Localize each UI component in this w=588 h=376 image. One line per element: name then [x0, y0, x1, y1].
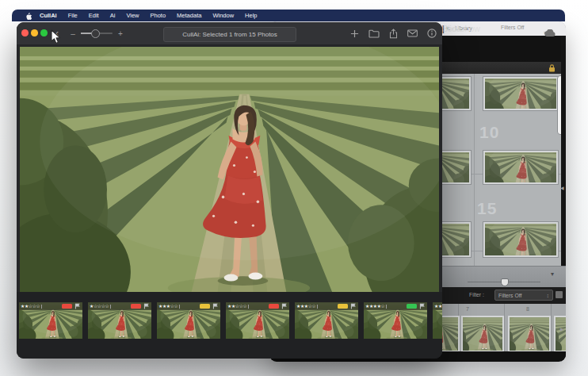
menu-item-file[interactable]: File — [63, 12, 83, 19]
filmstrip-cell-divider — [504, 304, 505, 351]
grid-thumbnail[interactable] — [483, 222, 558, 257]
flag-icon[interactable] — [212, 303, 219, 309]
library-filter-status[interactable]: Filters Off — [501, 25, 524, 30]
flag-icon[interactable] — [419, 303, 426, 309]
filmstrip-thumbnail[interactable]: ★★★ — [433, 302, 442, 339]
zoom-slider-track[interactable] — [81, 33, 113, 34]
filmstrip-cell-divider — [551, 304, 552, 351]
grid-column-divider — [474, 74, 475, 266]
filmstrip-index-number: 8 — [526, 306, 529, 312]
thumbnail-overlay: ★★★☆☆ — [295, 302, 358, 310]
zoom-control: – + — [69, 27, 124, 40]
color-label-red[interactable] — [62, 304, 72, 309]
menu-item-edit[interactable]: Edit — [83, 12, 105, 19]
filmstrip-thumbnail[interactable]: ★★★☆☆ — [295, 302, 358, 339]
rating-divider — [110, 305, 111, 309]
right-panel-expand-arrow[interactable]: ◀ — [560, 185, 564, 190]
filter-dropdown-value: Filters Off — [498, 293, 521, 298]
filmstrip-thumbnail[interactable] — [554, 316, 566, 352]
star-rating[interactable]: ★★★★☆ — [365, 302, 384, 310]
star-rating[interactable]: ★★★☆☆ — [158, 302, 178, 310]
close-button[interactable] — [21, 29, 29, 36]
filter-dropdown[interactable]: Filters Off ↕ — [494, 290, 553, 301]
toolbar-options-chevron[interactable]: ▾ — [547, 270, 558, 279]
cloud-sync-area[interactable]: » — [544, 29, 547, 36]
module-tab-slideshow[interactable]: Slideshow — [442, 24, 480, 33]
filmstrip-thumbnail[interactable]: ★★☆☆☆ — [226, 302, 289, 339]
traffic-lights — [21, 29, 48, 36]
menu-item-window[interactable]: Window — [207, 12, 239, 19]
main-photo — [20, 47, 439, 292]
menu-item-help[interactable]: Help — [239, 12, 262, 19]
main-photo-view[interactable] — [20, 47, 439, 292]
info-icon[interactable] — [427, 29, 437, 38]
filmstrip-scroll-right-arrow[interactable]: ▶ — [560, 326, 564, 332]
flag-icon[interactable] — [281, 303, 288, 309]
thumbnail-overlay: ★★★★☆ — [364, 302, 427, 310]
filmstrip-thumbnail[interactable] — [508, 316, 551, 352]
zoom-out-button[interactable]: – — [69, 29, 77, 38]
zoom-in-button[interactable]: + — [116, 29, 124, 38]
grid-thumbnail[interactable] — [483, 77, 558, 110]
menu-bar: CullAiFileEditAiViewPhotoMetadataWindowH… — [12, 10, 565, 21]
menu-item-metadata[interactable]: Metadata — [171, 12, 207, 19]
rating-divider — [41, 305, 42, 309]
rating-divider — [248, 305, 249, 309]
flag-icon[interactable] — [350, 303, 357, 309]
filmstrip-index-number: 7 — [466, 306, 469, 312]
menu-item-view[interactable]: View — [120, 12, 144, 19]
star-rating[interactable]: ★☆☆☆☆ — [90, 302, 109, 310]
minimize-button[interactable] — [31, 29, 38, 36]
filmstrip-thumbnail[interactable]: ★☆☆☆☆ — [88, 302, 151, 339]
thumbnail-overlay: ★★★ — [433, 302, 442, 310]
menu-item-cullai[interactable]: CullAi — [34, 12, 63, 19]
grid-cell-number: 10 — [479, 123, 499, 142]
star-rating[interactable]: ★★☆☆☆ — [21, 302, 40, 310]
zoom-button[interactable] — [40, 29, 48, 36]
star-rating[interactable]: ★★☆☆☆ — [227, 302, 246, 310]
flag-icon[interactable] — [74, 303, 81, 309]
filmstrip-thumbnail[interactable]: ★★☆☆☆ — [19, 302, 82, 339]
color-label-yellow[interactable] — [200, 304, 210, 309]
rating-divider — [179, 305, 180, 309]
rating-divider — [386, 305, 387, 309]
zoom-slider-knob[interactable] — [91, 29, 100, 38]
thumbnail-size-slider-knob[interactable] — [501, 278, 509, 286]
filter-lock-toggle[interactable] — [556, 291, 563, 298]
thumbnail-overlay: ★☆☆☆☆ — [88, 302, 151, 310]
thumbnail-overlay: ★★☆☆☆ — [19, 302, 82, 310]
thumbnail-overlay: ★★☆☆☆ — [226, 302, 289, 310]
folder-icon[interactable] — [368, 29, 380, 38]
color-label-green[interactable] — [407, 304, 417, 309]
cullai-window: ‹ – + CullAi: Selected 1 from 15 Photos … — [17, 22, 442, 359]
menu-items: CullAiFileEditAiViewPhotoMetadataWindowH… — [34, 12, 263, 19]
grid-thumbnail[interactable] — [483, 151, 558, 184]
titlebar-icons — [350, 27, 437, 40]
selection-status-pill: CullAi: Selected 1 from 15 Photos — [163, 27, 296, 42]
color-label-yellow[interactable] — [338, 304, 348, 309]
cloud-sync-icon — [544, 29, 556, 37]
menu-item-photo[interactable]: Photo — [145, 12, 172, 19]
dropdown-arrows-icon: ↕ — [547, 293, 550, 298]
thumbnail-overlay: ★★★☆☆ — [157, 302, 220, 310]
share-icon[interactable] — [389, 29, 398, 39]
menu-item-ai[interactable]: Ai — [105, 12, 121, 19]
cullai-filmstrip: ★★☆☆☆★☆☆☆☆★★★☆☆★★☆☆☆★★★☆☆★★★★☆★★★ — [17, 292, 442, 359]
filmstrip-thumbnail[interactable] — [461, 316, 504, 352]
mail-icon[interactable] — [407, 29, 418, 37]
rating-divider — [317, 305, 318, 309]
filter-label: Filter : — [469, 292, 484, 297]
add-icon[interactable] — [350, 29, 359, 38]
star-rating[interactable]: ★★★☆☆ — [296, 302, 315, 310]
flag-icon[interactable] — [143, 303, 150, 309]
filmstrip-thumbnail[interactable]: ★★★☆☆ — [157, 302, 220, 339]
lock-icon[interactable] — [548, 64, 556, 72]
grid-cell-number: 15 — [477, 199, 497, 218]
star-rating[interactable]: ★★★ — [434, 302, 442, 310]
color-label-red[interactable] — [131, 304, 141, 309]
module-separator: | — [442, 25, 445, 33]
apple-menu-icon[interactable] — [25, 12, 32, 20]
filmstrip-thumbnail[interactable]: ★★★★☆ — [364, 302, 427, 339]
color-label-red[interactable] — [269, 304, 279, 309]
mouse-cursor — [50, 29, 62, 44]
